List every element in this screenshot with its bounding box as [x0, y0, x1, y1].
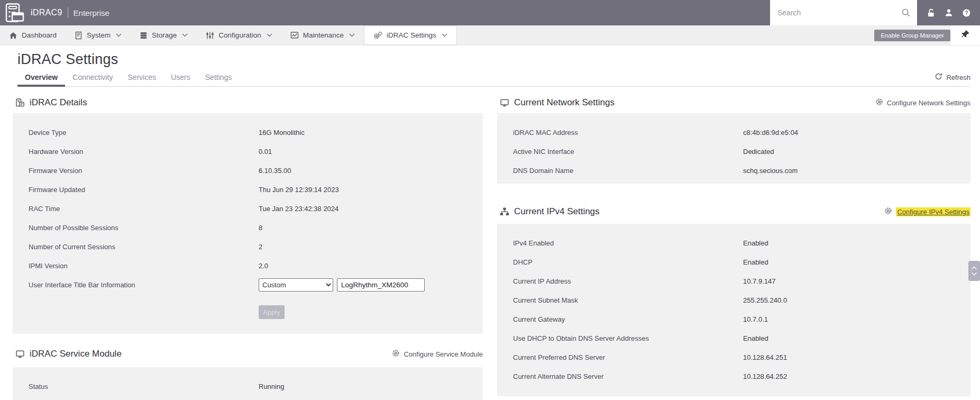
ipv4-settings-panel: IPv4 EnabledEnabledDHCPEnabledCurrent IP…: [497, 224, 970, 396]
kv-value: 10.128.64.251: [743, 353, 787, 361]
scroll-down-icon[interactable]: [971, 272, 977, 276]
kv-label: Number of Current Sessions: [29, 243, 259, 251]
kv-row: Current Alternate DNS Server10.128.64.25…: [513, 367, 970, 386]
kv-value: 10.128.64.252: [743, 372, 787, 380]
help-icon[interactable]: ?: [962, 8, 971, 17]
service-module-header: iDRAC Service Module Configure Service M…: [13, 347, 483, 361]
kv-label: Current Subnet Mask: [513, 296, 743, 304]
storage-icon: [140, 31, 148, 40]
ipv4-settings-header: Current IPv4 Settings Configure IPv4 Set…: [497, 205, 970, 219]
apply-button[interactable]: Apply: [259, 305, 285, 319]
nav-item-configuration[interactable]: Configuration: [197, 25, 281, 45]
scroll-control: [968, 261, 980, 281]
titlebar-text-input[interactable]: [337, 278, 425, 292]
scroll-up-icon[interactable]: [971, 266, 977, 270]
search-icon[interactable]: [901, 8, 911, 17]
kv-label: Hardware Version: [29, 148, 259, 156]
gear-icon: [392, 349, 400, 359]
tab-settings[interactable]: Settings: [198, 69, 240, 86]
brand: iDRAC9 Enterprise: [31, 7, 109, 18]
idrac-details-header: iDRAC Details: [13, 96, 483, 110]
chevron-down-icon: [182, 33, 188, 37]
kv-row: Device Type16G Monolithic: [29, 123, 483, 142]
page-title: iDRAC Settings: [17, 51, 980, 68]
refresh-icon: [935, 72, 942, 82]
chevron-down-icon: [116, 33, 122, 37]
refresh-button[interactable]: Refresh: [935, 72, 970, 86]
top-bar: iDRAC9 Enterprise ?: [0, 0, 980, 25]
nav-item-system[interactable]: System: [66, 25, 131, 45]
kv-row: Current IP Address10.7.9.147: [513, 271, 970, 290]
nav-item-label: System: [87, 31, 111, 39]
kv-row: Active NIC InterfaceDedicated: [513, 142, 970, 161]
search-input[interactable]: [770, 0, 901, 25]
unlock-icon[interactable]: [927, 8, 936, 17]
kv-row: Number of Current Sessions2: [29, 237, 483, 256]
kv-label: Current Gateway: [513, 315, 743, 323]
ipv4-settings-title: Current IPv4 Settings: [514, 206, 600, 217]
kv-value: 16G Monolithic: [259, 129, 305, 137]
kv-value: 0.01: [259, 148, 272, 156]
idrac-details-title: iDRAC Details: [30, 97, 87, 108]
kv-value: 6.10.35.00: [259, 167, 291, 175]
user-icon[interactable]: [945, 8, 953, 17]
kv-label: Status: [29, 383, 259, 390]
pin-icon: [961, 30, 970, 41]
enable-group-manager-button[interactable]: Enable Group Manager: [874, 30, 950, 41]
tab-services[interactable]: Services: [121, 69, 164, 86]
kv-label: Number of Possible Sessions: [29, 224, 259, 232]
sliders-icon: [206, 31, 214, 40]
left-column: iDRAC Details Device Type16G MonolithicH…: [13, 96, 483, 400]
gears-icon: [373, 31, 382, 40]
service-module-title: iDRAC Service Module: [30, 349, 122, 359]
kv-label: Current Alternate DNS Server: [513, 372, 743, 380]
nav-item-label: Storage: [152, 31, 177, 39]
highlighted-link-text: Configure IPv4 Settings: [896, 207, 970, 216]
kv-value: schq.secious.com: [743, 167, 798, 175]
nav-item-idrac-settings[interactable]: iDRAC Settings: [364, 25, 457, 45]
kv-row: StatusRunning: [29, 377, 483, 396]
kv-row: Use DHCP to Obtain DNS Server AddressesE…: [513, 329, 970, 348]
network-settings-rows: iDRAC MAC Addressc8:4b:d6:9d:e5:04Active…: [513, 123, 970, 180]
nav-item-storage[interactable]: Storage: [131, 25, 197, 45]
kv-label: Current Preferred DNS Server: [513, 353, 743, 361]
kv-value: 255.255.240.0: [743, 296, 787, 304]
kv-value: 2: [259, 243, 262, 251]
configure-service-module-link[interactable]: Configure Service Module: [392, 349, 483, 359]
kv-row: Firmware Version6.10.35.00: [29, 161, 483, 180]
configure-ipv4-settings-link[interactable]: Configure IPv4 Settings: [884, 207, 970, 216]
kv-label: Use DHCP to Obtain DNS Server Addresses: [513, 334, 743, 342]
idrac-app: iDRAC9 Enterprise ? DashboardSystemStora…: [0, 0, 980, 400]
kv-value: Enabled: [743, 239, 768, 247]
tab-connectivity[interactable]: Connectivity: [65, 69, 120, 86]
network-settings-title: Current Network Settings: [514, 97, 615, 108]
titlebar-row: User Interface Title Bar Information Cus…: [29, 275, 483, 294]
kv-label: RAC Time: [29, 205, 259, 213]
svg-text:?: ?: [965, 10, 968, 16]
tab-overview[interactable]: Overview: [17, 69, 65, 86]
service-module-rows: StatusRunning: [29, 377, 483, 396]
tab-users[interactable]: Users: [163, 69, 198, 86]
configure-network-settings-link[interactable]: Configure Network Settings: [875, 98, 970, 107]
kv-value: 10.7.9.147: [743, 277, 775, 285]
kv-label: IPv4 Enabled: [513, 239, 743, 247]
ipv4-settings-rows: IPv4 EnabledEnabledDHCPEnabledCurrent IP…: [513, 233, 970, 386]
topbar-icon-cluster: ?: [917, 0, 980, 25]
kv-row: Hardware Version0.01: [29, 142, 483, 161]
nav-right: Enable Group Manager: [874, 25, 980, 45]
edition-name: Enterprise: [74, 8, 109, 17]
kv-value: Running: [259, 383, 284, 390]
kv-value: 2.0: [259, 262, 268, 270]
pin-button[interactable]: [950, 25, 980, 45]
main-nav: DashboardSystemStorageConfigurationMaint…: [0, 25, 980, 46]
kv-label: DNS Domain Name: [513, 167, 743, 175]
kv-value: Tue Jan 23 23:42:38 2024: [259, 205, 338, 213]
nav-item-maintenance[interactable]: Maintenance: [281, 25, 364, 45]
monitor-icon: [500, 98, 509, 107]
chevron-down-icon: [267, 33, 272, 37]
titlebar-mode-select[interactable]: Custom: [259, 278, 333, 292]
gear-icon: [884, 207, 892, 216]
nav-item-dashboard[interactable]: Dashboard: [0, 25, 66, 45]
kv-value: 10.7.0.1: [743, 315, 768, 323]
kv-row: DNS Domain Nameschq.secious.com: [513, 161, 970, 180]
